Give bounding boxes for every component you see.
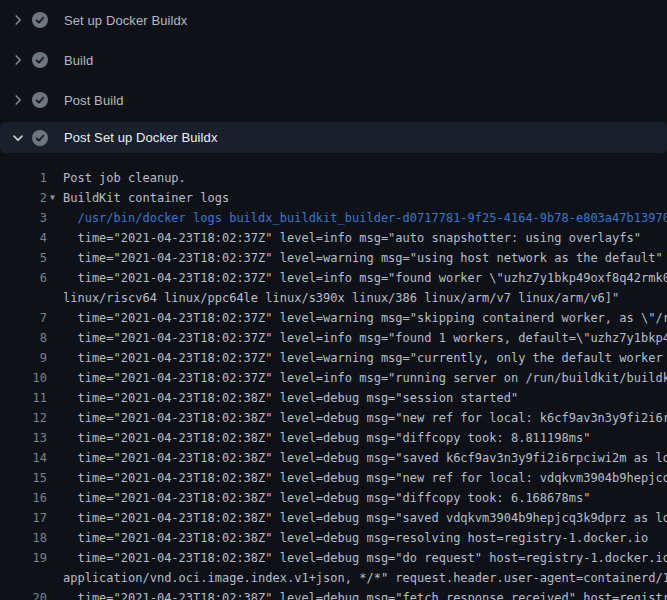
log-line-number[interactable]: 8 (0, 328, 47, 348)
log-line-content: time="2021-04-23T18:02:38Z" level=debug … (63, 411, 667, 425)
log-row: 20 time="2021-04-23T18:02:38Z" level=deb… (0, 588, 667, 600)
log-line-content: Post job cleanup. (63, 171, 186, 185)
log-line-content: time="2021-04-23T18:02:37Z" level=warnin… (63, 351, 667, 365)
log-viewer: 1 Post job cleanup. 2 ▼BuildKit containe… (0, 153, 667, 600)
log-line-text: application/vnd.oci.image.index.v1+json,… (47, 568, 667, 588)
step-success-check-icon (32, 130, 48, 146)
log-line-text: time="2021-04-23T18:02:38Z" level=debug … (47, 408, 667, 428)
log-line-number[interactable]: 11 (0, 388, 47, 408)
log-line-text: time="2021-04-23T18:02:37Z" level=warnin… (47, 308, 667, 328)
log-row: 9 time="2021-04-23T18:02:37Z" level=warn… (0, 348, 667, 368)
step-section-row[interactable]: Build (0, 40, 667, 80)
log-line-content: time="2021-04-23T18:02:37Z" level=info m… (63, 271, 667, 285)
log-row: 7 time="2021-04-23T18:02:37Z" level=warn… (0, 308, 667, 328)
log-line-number[interactable] (0, 568, 47, 588)
log-line-number[interactable]: 18 (0, 528, 47, 548)
log-line-text: time="2021-04-23T18:02:38Z" level=debug … (47, 428, 667, 448)
log-line-text: time="2021-04-23T18:02:37Z" level=warnin… (47, 248, 667, 268)
log-line-number[interactable]: 1 (0, 168, 47, 188)
log-row: 3 /usr/bin/docker logs buildx_buildkit_b… (0, 208, 667, 228)
log-line-content: time="2021-04-23T18:02:38Z" level=debug … (63, 451, 667, 465)
log-row: 2 ▼BuildKit container logs (0, 188, 667, 208)
log-line-text: time="2021-04-23T18:02:37Z" level=warnin… (47, 348, 667, 368)
workflow-step-list: Set up Docker Buildx Build (0, 0, 667, 153)
chevron-right-icon (10, 52, 26, 68)
log-line-number[interactable]: 14 (0, 448, 47, 468)
log-line-text: time="2021-04-23T18:02:38Z" level=debug … (47, 588, 667, 600)
log-row: 1 Post job cleanup. (0, 168, 667, 188)
log-row: 8 time="2021-04-23T18:02:37Z" level=info… (0, 328, 667, 348)
log-row: 19 time="2021-04-23T18:02:38Z" level=deb… (0, 548, 667, 568)
log-line-content: time="2021-04-23T18:02:38Z" level=debug … (63, 531, 648, 545)
step-success-check-icon (32, 92, 48, 108)
log-row: 6 time="2021-04-23T18:02:37Z" level=info… (0, 268, 667, 288)
log-row: linux/riscv64 linux/ppc64le linux/s390x … (0, 288, 667, 308)
log-row: 17 time="2021-04-23T18:02:38Z" level=deb… (0, 508, 667, 528)
step-section-label: Post Build (64, 93, 124, 108)
log-row: 11 time="2021-04-23T18:02:38Z" level=deb… (0, 388, 667, 408)
log-line-content: BuildKit container logs (63, 191, 229, 205)
log-line-content: time="2021-04-23T18:02:37Z" level=warnin… (63, 311, 667, 325)
log-line-content: application/vnd.oci.image.index.v1+json,… (63, 571, 667, 585)
log-line-number[interactable]: 15 (0, 468, 47, 488)
log-line-number[interactable] (0, 288, 47, 308)
log-line-text: /usr/bin/docker logs buildx_buildkit_bui… (47, 208, 667, 228)
log-line-text: time="2021-04-23T18:02:38Z" level=debug … (47, 388, 667, 408)
log-line-content: time="2021-04-23T18:02:38Z" level=debug … (63, 591, 667, 600)
log-group-collapse-icon[interactable]: ▼ (50, 188, 55, 208)
log-line-content: time="2021-04-23T18:02:37Z" level=warnin… (63, 251, 663, 265)
log-row: 16 time="2021-04-23T18:02:38Z" level=deb… (0, 488, 667, 508)
log-line-content: linux/riscv64 linux/ppc64le linux/s390x … (63, 291, 619, 305)
log-line-number[interactable]: 6 (0, 268, 47, 288)
log-line-number[interactable]: 17 (0, 508, 47, 528)
log-line-text: time="2021-04-23T18:02:37Z" level=info m… (47, 368, 667, 388)
chevron-down-icon (10, 130, 26, 146)
log-line-number[interactable]: 4 (0, 228, 47, 248)
log-line-text: Post job cleanup. (47, 168, 667, 188)
log-line-number[interactable]: 10 (0, 368, 47, 388)
log-line-content: time="2021-04-23T18:02:38Z" level=debug … (63, 511, 667, 525)
log-line-number[interactable]: 3 (0, 208, 47, 228)
log-line-text: time="2021-04-23T18:02:37Z" level=info m… (47, 228, 667, 248)
log-row: 13 time="2021-04-23T18:02:38Z" level=deb… (0, 428, 667, 448)
log-line-number[interactable]: 13 (0, 428, 47, 448)
log-line-text: time="2021-04-23T18:02:38Z" level=debug … (47, 528, 667, 548)
log-line-content: time="2021-04-23T18:02:38Z" level=debug … (63, 431, 590, 445)
log-line-content: time="2021-04-23T18:02:38Z" level=debug … (63, 551, 667, 565)
log-line-number[interactable]: 9 (0, 348, 47, 368)
log-line-number[interactable]: 16 (0, 488, 47, 508)
log-line-text: time="2021-04-23T18:02:38Z" level=debug … (47, 468, 667, 488)
log-row: application/vnd.oci.image.index.v1+json,… (0, 568, 667, 588)
log-line-text: time="2021-04-23T18:02:38Z" level=debug … (47, 508, 667, 528)
step-success-check-icon (32, 52, 48, 68)
log-row: 15 time="2021-04-23T18:02:38Z" level=deb… (0, 468, 667, 488)
step-section-label: Build (64, 53, 93, 68)
log-line-content: time="2021-04-23T18:02:37Z" level=info m… (63, 371, 667, 385)
log-line-number[interactable]: 5 (0, 248, 47, 268)
log-line-content: time="2021-04-23T18:02:37Z" level=info m… (63, 231, 641, 245)
log-line-content: time="2021-04-23T18:02:38Z" level=debug … (63, 471, 667, 485)
chevron-right-icon (10, 92, 26, 108)
step-section-row[interactable]: Set up Docker Buildx (0, 0, 667, 40)
step-section-label: Set up Docker Buildx (64, 13, 187, 28)
log-line-number[interactable]: 12 (0, 408, 47, 428)
log-line-content: time="2021-04-23T18:02:38Z" level=debug … (63, 391, 518, 405)
log-line-text: linux/riscv64 linux/ppc64le linux/s390x … (47, 288, 667, 308)
step-section-row[interactable]: Post Set up Docker Buildx (0, 122, 667, 153)
chevron-right-icon (10, 12, 26, 28)
log-line-number[interactable]: 2 (0, 188, 47, 208)
log-line-number[interactable]: 19 (0, 548, 47, 568)
log-row: 4 time="2021-04-23T18:02:37Z" level=info… (0, 228, 667, 248)
log-row: 14 time="2021-04-23T18:02:38Z" level=deb… (0, 448, 667, 468)
step-section-label: Post Set up Docker Buildx (64, 130, 218, 145)
log-line-content: time="2021-04-23T18:02:37Z" level=info m… (63, 331, 667, 345)
log-line-text: time="2021-04-23T18:02:38Z" level=debug … (47, 448, 667, 468)
step-section-row[interactable]: Post Build (0, 80, 667, 120)
log-line-content: /usr/bin/docker logs buildx_buildkit_bui… (63, 211, 667, 225)
log-line-text: time="2021-04-23T18:02:38Z" level=debug … (47, 488, 667, 508)
log-row: 18 time="2021-04-23T18:02:38Z" level=deb… (0, 528, 667, 548)
log-line-number[interactable]: 7 (0, 308, 47, 328)
log-line-text: time="2021-04-23T18:02:38Z" level=debug … (47, 548, 667, 568)
log-line-content: time="2021-04-23T18:02:38Z" level=debug … (63, 491, 590, 505)
log-line-number[interactable]: 20 (0, 588, 47, 600)
